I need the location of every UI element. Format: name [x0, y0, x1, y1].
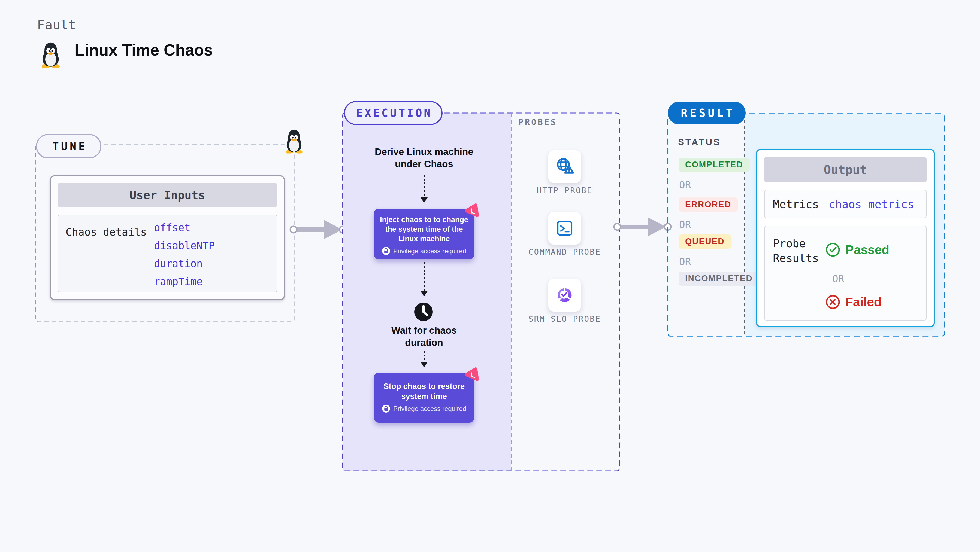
linux-tux-icon-small: [284, 129, 304, 154]
linux-tux-icon: [40, 42, 62, 68]
flow-arrow-3: [423, 351, 425, 366]
execution-badge: EXECUTION: [344, 101, 442, 125]
inject-step-label: Inject chaos to to change the system tim…: [377, 215, 471, 244]
or-separator: OR: [832, 273, 844, 284]
param-disablentp: disableNTP: [154, 237, 215, 255]
privilege-note: Privilege access required: [393, 405, 466, 412]
failed-x-icon: [825, 294, 840, 309]
result-badge: RESULT: [668, 102, 746, 124]
terminal-icon: [555, 218, 575, 238]
privilege-row: Privilege access required: [377, 247, 471, 255]
probes-label: PROBES: [519, 117, 557, 127]
tune-to-execution-arrow: [288, 217, 347, 243]
fault-kicker: Fault: [37, 17, 76, 32]
execution-to-result-arrow: [612, 214, 673, 240]
stop-chaos-node: Stop chaos to restore system time Privil…: [374, 373, 474, 423]
user-inputs-header: User Inputs: [57, 183, 277, 207]
status-badge-errored: ERRORED: [679, 197, 738, 212]
metrics-row: Metrics chaos metrics: [764, 190, 927, 218]
passed-label: Passed: [845, 243, 889, 257]
or-separator: OR: [679, 219, 691, 230]
srm-slo-probe-card: [548, 279, 581, 311]
param-duration: duration: [154, 255, 215, 273]
passed-check-icon: [825, 242, 840, 257]
user-inputs-card: User Inputs Chaos details offset disable…: [50, 175, 285, 300]
chaos-param-list: offset disableNTP duration rampTime: [154, 219, 215, 291]
chaos-details-label: Chaos details: [66, 226, 146, 238]
http-probe-label: HTTP PROBE: [523, 184, 607, 197]
failed-verdict: Failed: [825, 294, 881, 309]
failed-label: Failed: [845, 295, 881, 309]
globe-warning-icon: [555, 157, 575, 177]
command-probe-card: [548, 212, 581, 244]
wait-step-label: Wait for chaos duration: [374, 324, 474, 349]
output-header: Output: [764, 157, 927, 182]
command-probe-label: COMMAND PROBE: [523, 246, 607, 258]
param-ramptime: rampTime: [154, 273, 215, 291]
srm-slo-probe-label: SRM SLO PROBE: [523, 312, 607, 325]
passed-verdict: Passed: [825, 242, 889, 257]
chaos-icon: [464, 203, 480, 219]
output-card: Output Metrics chaos metrics Probe Resul…: [756, 149, 935, 327]
param-offset: offset: [154, 219, 215, 237]
slo-donut-check-icon: [555, 285, 575, 305]
page-title: Linux Time Chaos: [75, 41, 213, 59]
tune-badge: TUNE: [36, 134, 101, 159]
status-badge-incompleted: INCOMPLETED: [679, 271, 759, 286]
privilege-note: Privilege access required: [393, 247, 466, 255]
privilege-row: Privilege access required: [382, 404, 466, 413]
chaos-icon: [464, 367, 480, 382]
lock-icon: [382, 404, 390, 413]
probe-results-label: Probe Results: [773, 236, 830, 265]
metrics-label: Metrics: [773, 198, 819, 211]
or-separator: OR: [679, 179, 691, 190]
status-badge-queued: QUEUED: [679, 235, 731, 249]
lock-icon: [382, 247, 390, 255]
stop-step-label: Stop chaos to restore system time: [382, 381, 466, 401]
or-separator: OR: [679, 256, 691, 267]
user-inputs-body: Chaos details offset disableNTP duration…: [57, 214, 277, 292]
derive-step-label: Derive Linux machine under Chaos: [374, 146, 474, 170]
flow-arrow-1: [423, 175, 425, 202]
linux-time-chaos-diagram: Fault Linux Time Chaos TUNE User Inputs …: [0, 0, 980, 552]
flow-arrow-2: [423, 262, 425, 296]
metrics-value: chaos metrics: [829, 198, 914, 211]
clock-icon: [414, 302, 434, 322]
status-badge-completed: COMPLETED: [679, 158, 750, 172]
probe-results-row: Probe Results Passed OR Failed: [764, 226, 927, 320]
status-label: STATUS: [678, 137, 721, 148]
inject-chaos-node: Inject chaos to to change the system tim…: [374, 209, 474, 259]
http-probe-card: [548, 150, 581, 183]
